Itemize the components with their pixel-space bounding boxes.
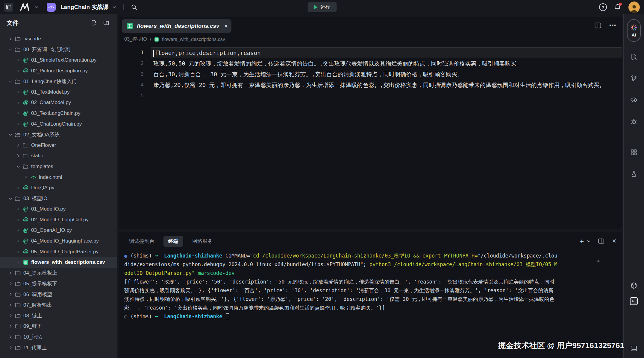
new-terminal-button[interactable]: ＋ xyxy=(578,236,590,246)
chevron-right-icon[interactable] xyxy=(8,303,13,307)
chevron-right-icon[interactable] xyxy=(8,325,13,328)
split-terminal-icon[interactable] xyxy=(598,238,604,244)
command-success-dot-icon: ● xyxy=(124,253,130,259)
tree-item[interactable]: 04_ModelIO_HuggingFace.py xyxy=(0,236,117,246)
source-control-icon[interactable] xyxy=(627,72,640,85)
tree-item[interactable]: 10_记忆 xyxy=(0,332,117,342)
scroll-up-icon[interactable]: ▲ xyxy=(596,258,600,263)
chevron-down-icon[interactable] xyxy=(8,133,13,136)
chevron-right-icon[interactable] xyxy=(8,293,13,296)
notifications-button[interactable] xyxy=(614,4,621,11)
ai-assistant-button[interactable]: AI xyxy=(627,19,641,42)
chevron-right-icon[interactable] xyxy=(16,144,21,147)
tree-item[interactable]: 03_TextLangChain.py xyxy=(0,108,117,119)
file-explorer-title: 文件 xyxy=(7,19,19,27)
tab-terminal[interactable]: 终端 xyxy=(163,236,183,247)
code-line[interactable]: 2玫瑰,50,50 元的玫瑰，绽放着爱情的绚烂，传递着深情的告白。,突出玫瑰代表… xyxy=(119,58,622,69)
workspace-chevron-down-icon[interactable] xyxy=(113,6,116,8)
tab-close-icon[interactable]: ✕ xyxy=(224,23,228,29)
tree-item[interactable]: DocQA.py xyxy=(0,182,117,193)
tree-item[interactable]: 08_链上 xyxy=(0,310,117,321)
workspace-title[interactable]: LangChain 实战课 xyxy=(60,3,108,11)
tree-item[interactable]: 02_ModelIO_LoopCall.py xyxy=(0,214,117,225)
tree-item[interactable]: 09_链下 xyxy=(0,321,117,332)
new-file-button[interactable] xyxy=(91,20,97,26)
tree-item-label: 10_记忆 xyxy=(23,333,42,340)
code-line-text: 百合,30,清新百合， 30 元一束，为生活增添一抹淡雅芬芳。,突出百合的清新淡… xyxy=(151,69,622,80)
editor-tab-active[interactable]: flowers_with_descriptions.csv ✕ xyxy=(122,19,231,33)
avatar[interactable] xyxy=(628,1,640,13)
tree-item[interactable]: 06_调用模型 xyxy=(0,289,117,300)
chevron-down-icon[interactable] xyxy=(8,48,13,51)
code-line[interactable]: 5 xyxy=(119,90,622,101)
chevron-right-icon[interactable] xyxy=(8,282,13,285)
terminal-output[interactable]: ● (shims) ➜ LangChain-shizhanke COMMAND=… xyxy=(119,250,586,321)
chevron-down-icon[interactable] xyxy=(8,197,13,200)
tree-item[interactable]: 07_解析输出 xyxy=(0,300,117,310)
terminal-text-segment: COMMAND=" xyxy=(225,253,253,259)
chevron-down-icon[interactable] xyxy=(35,6,38,8)
lab-flask-icon[interactable] xyxy=(627,167,640,180)
file-search-icon[interactable] xyxy=(627,50,640,63)
topbar-divider xyxy=(123,4,124,10)
help-icon[interactable]: ? xyxy=(599,3,607,11)
tree-item[interactable]: flowers_with_descriptions.csv xyxy=(0,257,117,268)
tree-item[interactable]: .vscode xyxy=(0,33,117,44)
tree-item[interactable]: static xyxy=(0,151,117,162)
chevron-down-icon[interactable] xyxy=(16,165,21,168)
breadcrumb-file[interactable]: flowers_with_descriptions.csv xyxy=(162,37,225,42)
package-cube-icon[interactable] xyxy=(627,279,640,292)
extensions-grid-icon[interactable] xyxy=(627,146,640,159)
chevron-right-icon[interactable] xyxy=(8,37,13,41)
chevron-right-icon[interactable] xyxy=(8,335,13,339)
topbar-left-group: </> LangChain 实战课 xyxy=(4,3,137,12)
tree-item[interactable]: 03_OpenAI_IO.py xyxy=(0,225,117,236)
code-line[interactable]: 4康乃馨,20,仅需 20 元，即可拥有一束温馨美丽的康乃馨，为生活增添一抹温暖… xyxy=(119,80,622,90)
more-actions-icon[interactable]: ⋯ xyxy=(609,21,616,30)
code-review-eye-icon[interactable] xyxy=(627,93,640,106)
tree-item[interactable]: 02_PictureDescription.py xyxy=(0,65,117,76)
tree-item[interactable]: 05_提示模板下 xyxy=(0,278,117,289)
chevron-down-icon[interactable] xyxy=(8,80,13,83)
chevron-right-icon[interactable] xyxy=(8,346,13,349)
code-line[interactable]: 1flower,price,description,reason xyxy=(119,47,622,58)
search-icon[interactable] xyxy=(131,4,137,10)
split-editor-icon[interactable] xyxy=(595,22,601,28)
run-button[interactable]: 运行 xyxy=(307,2,337,12)
tab-network-service[interactable]: 网络服务 xyxy=(187,236,217,247)
python-file-icon xyxy=(23,68,28,74)
new-folder-button[interactable] xyxy=(103,20,110,26)
tree-item[interactable]: 04_提示模板上 xyxy=(0,268,117,278)
terminal-panel-icon[interactable]: >_ xyxy=(627,295,640,308)
tree-item[interactable]: 11_代理上 xyxy=(0,342,117,353)
tree-item[interactable]: 02_文档QA系统 xyxy=(0,129,117,140)
layout-panel-icon[interactable] xyxy=(627,342,640,355)
python-file-icon xyxy=(23,111,28,116)
tree-item[interactable]: 01_ModelIO.py xyxy=(0,204,117,215)
tree-item[interactable]: 01_LangChain快速入门 xyxy=(0,76,117,87)
close-panel-icon[interactable]: ✕ xyxy=(612,238,616,244)
tree-item[interactable]: <>index.html xyxy=(0,172,117,183)
chevron-right-icon[interactable] xyxy=(8,271,13,275)
chevron-right-icon[interactable] xyxy=(16,154,21,158)
tree-item[interactable]: templates xyxy=(0,161,117,172)
debug-bug-icon[interactable] xyxy=(627,115,640,128)
tree-item[interactable]: OneFlower xyxy=(0,140,117,151)
tree-item[interactable]: 00_开篇词_奇点时刻 xyxy=(0,44,117,55)
sidebar-toggle-button[interactable] xyxy=(4,3,13,12)
chevron-right-icon[interactable] xyxy=(8,314,13,317)
editor-tab-bar: flowers_with_descriptions.csv ✕ ⋯ xyxy=(119,17,622,34)
breadcrumb-folder[interactable]: 03_模型IO xyxy=(124,36,147,42)
code-line[interactable]: 3百合,30,清新百合， 30 元一束，为生活增添一抹淡雅芬芳。,突出百合的清新… xyxy=(119,69,622,80)
chevron-down-icon xyxy=(587,240,590,242)
tree-item[interactable]: 01_TextModel.py xyxy=(0,87,117,98)
marscode-logo[interactable] xyxy=(20,3,31,11)
tree-item[interactable]: 05_ModelIO_OutputParser.py xyxy=(0,246,117,257)
tree-item[interactable]: 02_ChatModel.py xyxy=(0,98,117,108)
folder-icon xyxy=(15,302,21,307)
tree-item[interactable]: 01_SimpleTextGeneration.py xyxy=(0,55,117,65)
tab-debug-console[interactable]: 调试控制台 xyxy=(124,236,159,247)
code-editor[interactable]: 1flower,price,description,reason2玫瑰,50,5… xyxy=(119,47,622,101)
tree-item[interactable]: 04_ChatLongChain.py xyxy=(0,119,117,130)
tree-item[interactable]: 03_模型IO xyxy=(0,193,117,204)
